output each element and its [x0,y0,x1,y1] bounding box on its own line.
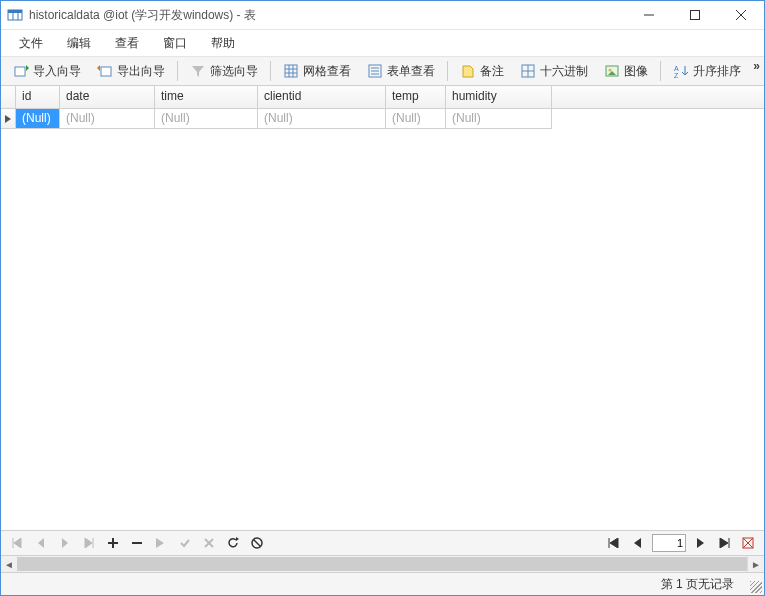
grid-view-label: 网格查看 [303,63,351,80]
import-wizard-button[interactable]: 导入向导 [6,59,88,83]
cell-humidity[interactable]: (Null) [446,109,552,129]
page-last-button[interactable] [713,532,735,554]
menu-window[interactable]: 窗口 [151,30,199,56]
scroll-left-button[interactable]: ◄ [1,556,18,572]
export-icon [97,63,113,79]
menu-edit[interactable]: 编辑 [55,30,103,56]
cell-id[interactable]: (Null) [16,109,60,129]
page-number-input[interactable] [652,534,686,552]
nav-prev-button[interactable] [30,532,52,554]
memo-label: 备注 [480,63,504,80]
window-title: historicaldata @iot (学习开发windows) - 表 [29,7,626,24]
titlebar: historicaldata @iot (学习开发windows) - 表 [1,1,764,30]
toolbar-separator [660,61,661,81]
data-grid: id date time clientid temp humidity (Nul… [1,86,764,530]
page-first-button[interactable] [603,532,625,554]
grid-view-button[interactable]: 网格查看 [276,59,358,83]
filter-wizard-label: 筛选向导 [210,63,258,80]
col-header-id[interactable]: id [16,86,60,108]
scroll-thumb[interactable] [17,557,748,571]
memo-icon [460,63,476,79]
svg-rect-8 [15,67,25,76]
memo-button[interactable]: 备注 [453,59,511,83]
table-icon [7,7,23,23]
hex-icon [520,63,536,79]
nav-stop-button[interactable] [246,532,268,554]
cell-time[interactable]: (Null) [155,109,258,129]
toolbar-separator [447,61,448,81]
current-row-icon [5,115,11,123]
nav-cancel-button[interactable] [198,532,220,554]
nav-first-button[interactable] [6,532,28,554]
toolbar-separator [177,61,178,81]
minimize-button[interactable] [626,1,672,29]
sort-asc-label: 升序排序 [693,63,741,80]
svg-rect-5 [691,11,700,20]
form-icon [367,63,383,79]
app-window: historicaldata @iot (学习开发windows) - 表 文件… [0,0,765,596]
page-next-button[interactable] [689,532,711,554]
export-wizard-button[interactable]: 导出向导 [90,59,172,83]
status-text: 第 1 页无记录 [661,576,734,593]
filter-icon [190,63,206,79]
sort-asc-button[interactable]: AZ 升序排序 [666,59,748,83]
col-header-date[interactable]: date [60,86,155,108]
resize-grip[interactable] [750,581,762,593]
menu-help[interactable]: 帮助 [199,30,247,56]
nav-commit-button[interactable] [174,532,196,554]
filter-wizard-button[interactable]: 筛选向导 [183,59,265,83]
cell-clientid[interactable]: (Null) [258,109,386,129]
record-navigator [1,530,764,555]
scroll-right-button[interactable]: ► [747,556,764,572]
cell-date[interactable]: (Null) [60,109,155,129]
maximize-button[interactable] [672,1,718,29]
toolbar-separator [270,61,271,81]
export-wizard-label: 导出向导 [117,63,165,80]
col-header-clientid[interactable]: clientid [258,86,386,108]
horizontal-scrollbar[interactable]: ◄ ► [1,555,764,572]
col-header-temp[interactable]: temp [386,86,446,108]
svg-rect-9 [101,67,111,76]
image-button[interactable]: 图像 [597,59,655,83]
nav-refresh-button[interactable] [222,532,244,554]
cell-temp[interactable]: (Null) [386,109,446,129]
svg-text:Z: Z [674,72,679,79]
table-row[interactable]: (Null) (Null) (Null) (Null) (Null) (Null… [1,109,764,129]
toolbar: 导入向导 导出向导 筛选向导 网格查看 表单查看 备注 十六进制 [1,57,764,86]
nav-delete-button[interactable] [126,532,148,554]
page-prev-button[interactable] [627,532,649,554]
statusbar: 第 1 页无记录 [1,572,764,595]
svg-text:A: A [674,65,679,72]
svg-rect-1 [8,10,22,13]
grid-icon [283,63,299,79]
image-label: 图像 [624,63,648,80]
sort-asc-icon: AZ [673,63,689,79]
svg-line-32 [254,540,261,547]
nav-add-button[interactable] [102,532,124,554]
close-button[interactable] [718,1,764,29]
import-icon [13,63,29,79]
form-view-button[interactable]: 表单查看 [360,59,442,83]
nav-next-button[interactable] [54,532,76,554]
form-view-label: 表单查看 [387,63,435,80]
row-indicator[interactable] [1,109,16,129]
svg-point-23 [609,69,612,72]
toolbar-overflow-button[interactable]: » [753,59,760,73]
nav-edit-button[interactable] [150,532,172,554]
col-header-time[interactable]: time [155,86,258,108]
hex-label: 十六进制 [540,63,588,80]
image-icon [604,63,620,79]
menu-view[interactable]: 查看 [103,30,151,56]
gutter-header[interactable] [1,86,16,108]
col-header-humidity[interactable]: humidity [446,86,552,108]
import-wizard-label: 导入向导 [33,63,81,80]
menubar: 文件 编辑 查看 窗口 帮助 [1,30,764,57]
page-controls [602,532,760,554]
grid-header: id date time clientid temp humidity [1,86,764,109]
svg-rect-10 [285,65,297,77]
menu-file[interactable]: 文件 [7,30,55,56]
page-settings-button[interactable] [737,532,759,554]
hex-button[interactable]: 十六进制 [513,59,595,83]
nav-last-button[interactable] [78,532,100,554]
